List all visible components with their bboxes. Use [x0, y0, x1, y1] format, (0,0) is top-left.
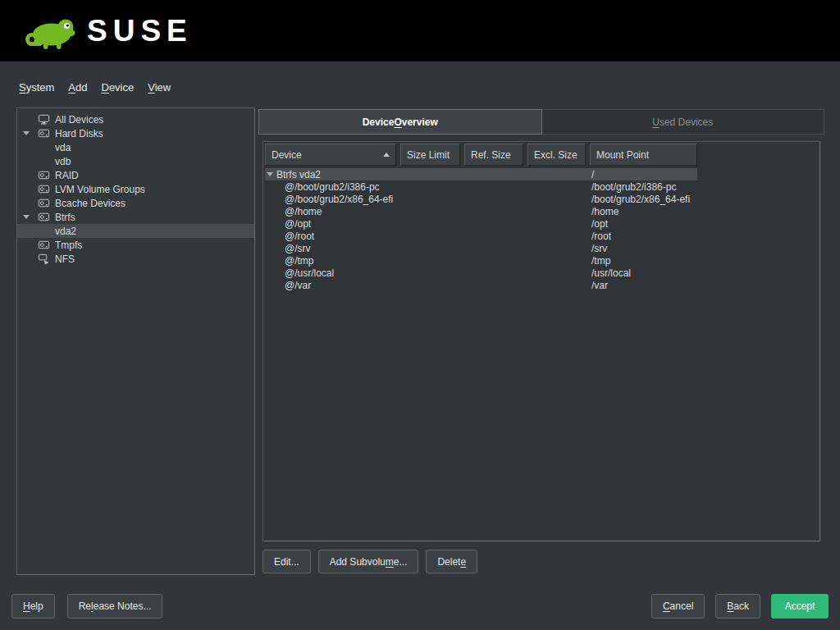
hard-disk-icon: [38, 127, 55, 139]
mount-point-cell: /var: [590, 280, 697, 291]
column-header-size-limit[interactable]: Size Limit: [400, 144, 460, 166]
computer-icon: [38, 113, 55, 126]
expander-open-icon[interactable]: [23, 215, 38, 219]
mount-point-cell: /tmp: [590, 255, 697, 267]
edit-button[interactable]: Edit...: [262, 550, 311, 573]
tmpfs-icon: [38, 239, 55, 251]
tree-item-bcache-devices[interactable]: Bcache Devices: [17, 196, 254, 210]
column-header-mount-point[interactable]: Mount Point: [590, 144, 697, 166]
table-row-subvolume[interactable]: @/tmp /tmp: [265, 254, 697, 267]
device-overview-table: Device Size Limit Ref. Size Excl. Size M…: [262, 141, 820, 541]
mount-point-cell: /root: [590, 231, 697, 242]
menu-view[interactable]: View: [148, 81, 171, 94]
suse-logo: SUSE: [23, 12, 193, 50]
device-cell: @/tmp: [265, 255, 400, 267]
table-row-btrfs-vda2[interactable]: Btrfs vda2 /: [265, 168, 697, 180]
tree-item-btrfs[interactable]: Btrfs: [17, 210, 254, 224]
table-header-row: Device Size Limit Ref. Size Excl. Size M…: [265, 144, 818, 166]
help-button[interactable]: Help: [11, 594, 55, 619]
table-row-subvolume[interactable]: @/home /home: [265, 205, 697, 217]
mount-point-cell: /boot/grub2/x86_64-efi: [590, 194, 697, 205]
suse-chameleon-icon: [23, 12, 75, 50]
tree-item-all-devices[interactable]: All Devices: [17, 112, 254, 126]
table-row-subvolume[interactable]: @/srv /srv: [265, 242, 697, 254]
table-row-subvolume[interactable]: @/boot/grub2/i386-pc /boot/grub2/i386-pc: [265, 180, 697, 193]
menu-device[interactable]: Device: [101, 81, 134, 94]
release-notes-button[interactable]: Release Notes...: [67, 594, 163, 619]
column-header-excl-size[interactable]: Excl. Size: [527, 144, 586, 166]
expander-open-icon[interactable]: [267, 172, 273, 176]
menu-add[interactable]: Add: [68, 81, 87, 94]
tree-item-vda[interactable]: vda: [17, 140, 254, 154]
tree-item-lvm-volume-groups[interactable]: LVM Volume Groups: [17, 182, 254, 196]
footer-left: Help Release Notes...: [11, 594, 162, 619]
tree-item-vda2[interactable]: vda2: [17, 224, 254, 238]
table-actions: Edit... Add Subvolume... Delete: [262, 550, 477, 573]
device-cell: @/opt: [265, 218, 400, 230]
device-cell: @/var: [265, 280, 400, 291]
device-cell: @/root: [265, 231, 400, 242]
delete-button[interactable]: Delete: [426, 550, 477, 573]
footer-right: Cancel Back Accept: [651, 594, 829, 619]
device-cell: @/boot/grub2/x86_64-efi: [265, 194, 400, 205]
table-row-subvolume[interactable]: @/opt /opt: [265, 217, 697, 230]
menu-system[interactable]: System: [19, 81, 54, 94]
device-tree-panel: All Devices Hard Disks vda vdb RAID LVM …: [16, 107, 255, 575]
bcache-icon: [38, 197, 55, 209]
sort-ascending-icon: [383, 153, 390, 157]
device-cell: @/srv: [265, 243, 400, 254]
tab-used-devices[interactable]: Used Devices: [542, 109, 825, 135]
table-row-subvolume[interactable]: @/boot/grub2/x86_64-efi /boot/grub2/x86_…: [265, 193, 697, 205]
device-cell: Btrfs vda2: [265, 169, 400, 180]
mount-point-cell: /boot/grub2/i386-pc: [590, 181, 697, 193]
table-row-subvolume[interactable]: @/var /var: [265, 279, 697, 291]
tree-item-raid[interactable]: RAID: [17, 168, 254, 182]
menubar: System Add Device View: [19, 81, 171, 94]
tab-bar: Device Overview Used Devices: [258, 109, 824, 135]
raid-icon: [38, 169, 55, 181]
table-body: Btrfs vda2 / @/boot/grub2/i386-pc /boot/…: [265, 168, 697, 291]
header-bar: SUSE: [0, 0, 840, 62]
tree-item-hard-disks[interactable]: Hard Disks: [17, 126, 254, 140]
tree-item-tmpfs[interactable]: Tmpfs: [17, 238, 254, 252]
device-cell: @/home: [265, 206, 400, 217]
nfs-icon: [38, 253, 55, 265]
column-header-ref-size[interactable]: Ref. Size: [464, 144, 523, 166]
tree-item-vdb[interactable]: vdb: [17, 154, 254, 168]
mount-point-cell: /srv: [590, 243, 697, 254]
lvm-icon: [38, 183, 55, 195]
table-row-subvolume[interactable]: @/root /root: [265, 230, 697, 242]
table-row-subvolume[interactable]: @/usr/local /usr/local: [265, 267, 697, 279]
mount-point-cell: /: [590, 169, 697, 180]
expander-open-icon[interactable]: [23, 131, 38, 135]
btrfs-icon: [38, 211, 55, 223]
mount-point-cell: /home: [590, 206, 697, 217]
mount-point-cell: /usr/local: [590, 267, 697, 279]
column-header-device[interactable]: Device: [265, 144, 396, 166]
device-cell: @/usr/local: [265, 267, 400, 279]
tab-device-overview[interactable]: Device Overview: [258, 109, 542, 135]
suse-wordmark: SUSE: [87, 16, 193, 46]
device-cell: @/boot/grub2/i386-pc: [265, 181, 400, 193]
accept-button[interactable]: Accept: [771, 594, 829, 619]
add-subvolume-button[interactable]: Add Subvolume...: [318, 550, 419, 573]
mount-point-cell: /opt: [590, 218, 697, 230]
tree-item-nfs[interactable]: NFS: [17, 252, 254, 266]
back-button[interactable]: Back: [715, 594, 760, 619]
cancel-button[interactable]: Cancel: [651, 594, 705, 619]
